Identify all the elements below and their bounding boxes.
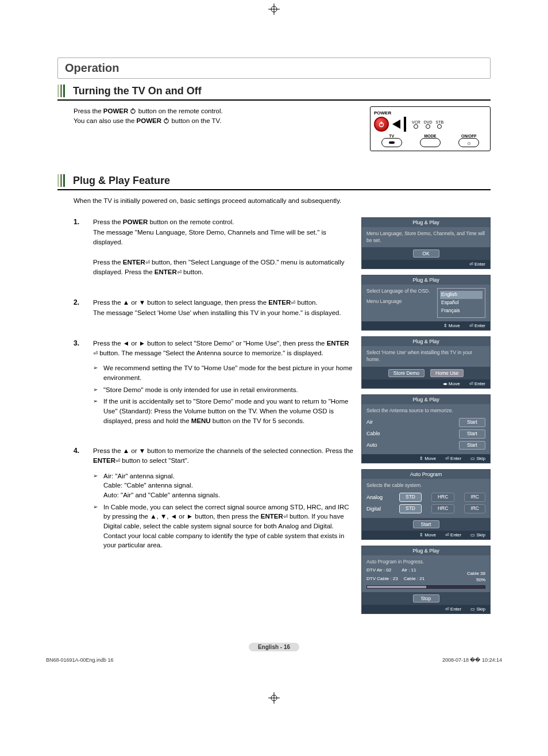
- intro-text: When the TV is initially powered on, bas…: [57, 196, 491, 206]
- start-button[interactable]: Start: [459, 441, 485, 450]
- cable-opt[interactable]: HRC: [431, 493, 454, 502]
- osd-text: Menu Language: [366, 298, 433, 305]
- text: button on the remote control.: [138, 108, 223, 114]
- osd-storedemo-button[interactable]: Store Demo: [388, 369, 424, 377]
- registration-mark-top: [268, 3, 280, 15]
- remote-power-button: [374, 117, 389, 132]
- enter-icon: ⏎: [93, 350, 98, 358]
- step-text: Press the POWER button on the remote con…: [93, 217, 353, 227]
- step-text: Press the ▲ or ▼ button to select langua…: [93, 298, 353, 308]
- text: Press the: [74, 108, 103, 114]
- osd-move-hint: ⇕ Move: [419, 532, 436, 538]
- lang-option[interactable]: Français: [440, 307, 483, 315]
- note-item: "Store Demo" mode is only intended for u…: [93, 385, 353, 395]
- remote-diagram: POWER VCR DVD: [370, 106, 491, 151]
- cable-opt[interactable]: IRC: [464, 493, 485, 502]
- step-2: Press the ▲ or ▼ button to select langua…: [74, 298, 353, 318]
- osd-language: Plug & Play Select Language of the OSD. …: [361, 275, 491, 331]
- osd-enter-hint: ⏎ Enter: [469, 262, 485, 267]
- antenna-label: Air: [366, 419, 373, 426]
- start-button[interactable]: Start: [459, 418, 485, 427]
- osd-skip-hint: ▭ Skip: [470, 607, 485, 612]
- note-list: We recommend setting the TV to "Home Use…: [93, 363, 353, 425]
- enter-icon: ⏎: [177, 268, 182, 277]
- note-item: We recommend setting the TV to "Home Use…: [93, 363, 353, 382]
- start-button[interactable]: Start: [459, 429, 485, 439]
- step-text: The message "Menu Language, Store Demo, …: [93, 228, 353, 247]
- osd-move-hint: ◂▸ Move: [443, 381, 460, 386]
- cable-opt[interactable]: IRC: [464, 504, 485, 513]
- osd-ok-button[interactable]: OK: [413, 250, 439, 258]
- progress-dtv-cable: DTV Cable : 23: [366, 575, 398, 582]
- osd-move-hint: ⇕ Move: [443, 323, 460, 328]
- power-text: Press the POWER button on the remote con…: [57, 106, 353, 151]
- osd-text: Selects the cable system.: [366, 482, 485, 489]
- step-text: The message "Select 'Home Use' when inst…: [93, 308, 353, 318]
- osd-column: Plug & Play Menu Language, Store Demo, C…: [361, 217, 491, 620]
- remote-power-label: POWER: [374, 110, 487, 116]
- lang-option[interactable]: English: [440, 291, 483, 299]
- antenna-label: Auto: [366, 442, 377, 449]
- osd-homeuse-button[interactable]: Home Use: [430, 369, 464, 377]
- start-button[interactable]: Start: [413, 520, 439, 528]
- osd-title: Plug & Play: [362, 275, 490, 285]
- osd-enter-hint: ⏎ Enter: [445, 532, 461, 538]
- title-accent-bars: [57, 85, 65, 97]
- enter-icon: ⏎: [115, 457, 120, 466]
- remote-mode: MODE: [412, 134, 447, 147]
- step-text: Press the ◄ or ► button to select "Store…: [93, 339, 353, 358]
- osd-title: Plug & Play: [362, 395, 490, 404]
- osd-title: Plug & Play: [362, 546, 490, 555]
- cable-opt[interactable]: STD: [399, 504, 422, 513]
- footer-right: 2008-07-18 �� 10:24:14: [442, 657, 502, 663]
- osd-title: Plug & Play: [362, 337, 490, 346]
- osd-skip-hint: ▭ Skip: [470, 456, 485, 461]
- osd-enter-hint: ⏎ Enter: [445, 456, 461, 461]
- language-list[interactable]: English Español Français: [437, 288, 485, 318]
- osd-enter-hint: ⏎ Enter: [469, 323, 485, 328]
- page-badge: English - 16: [249, 643, 299, 651]
- stop-button[interactable]: Stop: [413, 594, 439, 603]
- cable-opt[interactable]: STD: [399, 493, 422, 502]
- power-label: POWER: [137, 117, 161, 124]
- osd-enter-hint: ⏎ Enter: [469, 381, 485, 386]
- osd-body-text: Menu Language, Store Demo, Channels, and…: [362, 227, 490, 248]
- osd-move-hint: ⇕ Move: [419, 456, 436, 461]
- page-number: English - 16: [34, 643, 514, 651]
- osd-autoprogram: Auto Program Selects the cable system. A…: [361, 469, 491, 540]
- osd-text: Select the Antenna source to memorize.: [366, 408, 485, 415]
- sub-title: Plug & Play Feature: [73, 175, 170, 187]
- remote-tv: TV: [374, 134, 409, 147]
- subsection-plugplay: Plug & Play Feature When the TV is initi…: [57, 174, 491, 620]
- step-3: Press the ◄ or ► button to select "Store…: [74, 339, 353, 425]
- progress-pct: 50%: [467, 577, 485, 583]
- section-title: Operation: [57, 57, 491, 79]
- osd-progress: Plug & Play Auto Program in Progress. DT…: [361, 546, 491, 614]
- step-4: Press the ▲ or ▼ button to memorize the …: [74, 446, 353, 550]
- progress-channel: Cable 38: [467, 570, 485, 577]
- title-accent-bars: [57, 174, 65, 187]
- osd-homeuse: Plug & Play Select 'Home Use' when insta…: [361, 336, 491, 389]
- osd-body-text: Select 'Home Use' when installing this T…: [362, 346, 490, 367]
- sub-title: Turning the TV On and Off: [73, 85, 202, 97]
- osd-enter-hint: ⏎ Enter: [445, 607, 461, 612]
- power-icon: [163, 117, 169, 123]
- osd-initial: Plug & Play Menu Language, Store Demo, C…: [361, 217, 491, 270]
- footer-left: BN68-01691A-00Eng.indb 16: [46, 657, 114, 663]
- enter-icon: ⏎: [145, 259, 150, 267]
- antenna-label: Cable: [366, 430, 380, 438]
- cable-opt[interactable]: HRC: [431, 504, 454, 513]
- osd-text: Auto Program in Progress.: [366, 559, 485, 566]
- osd-title: Plug & Play: [362, 218, 490, 227]
- step-1: Press the POWER button on the remote con…: [74, 217, 353, 277]
- step-text: Press the ▲ or ▼ button to memorize the …: [93, 446, 353, 465]
- arrow-left-icon: [392, 120, 400, 129]
- footer-meta: BN68-01691A-00Eng.indb 16 2008-07-18 �� …: [34, 657, 514, 663]
- mode-dvd: DVD: [424, 120, 433, 129]
- osd-text: Select Language of the OSD.: [366, 288, 433, 295]
- steps-list: Press the POWER button on the remote con…: [74, 217, 353, 550]
- lang-option[interactable]: Español: [440, 299, 483, 307]
- note-item: Air: "Air" antenna signal.Cable: "Cable"…: [93, 471, 353, 500]
- power-label: POWER: [103, 108, 128, 114]
- osd-skip-hint: ▭ Skip: [470, 532, 485, 538]
